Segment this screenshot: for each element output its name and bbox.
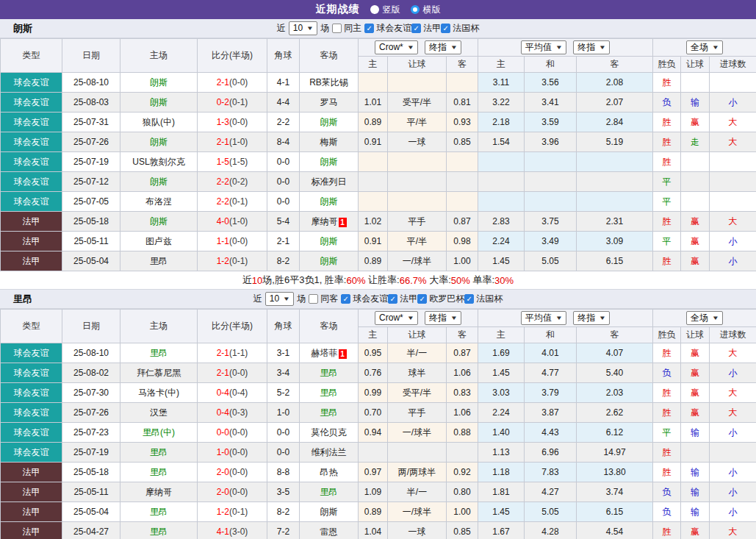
home-team-cell: 汉堡 bbox=[120, 403, 198, 423]
crow-home-odds-cell: 0.91 bbox=[359, 132, 388, 152]
crow-odds-group: Crow*▼ 终指▼ bbox=[359, 39, 478, 57]
avg-away-odds-cell bbox=[577, 172, 653, 192]
avg-home-odds-cell: 1.67 bbox=[478, 522, 525, 539]
scope-select[interactable]: 全场▼ bbox=[686, 40, 723, 54]
match-count-select[interactable]: 10▼ bbox=[265, 292, 294, 306]
same-venue-checkbox[interactable]: 同主 bbox=[332, 22, 361, 35]
select-value: Crow* bbox=[379, 42, 403, 53]
team-filter-bar: 里昂 近 10▼ 场 同客 球会友谊法甲欧罗巴杯法国杯 bbox=[0, 290, 756, 309]
corner-cell: 0-0 bbox=[267, 152, 300, 172]
results-table-lens: 类型 日期 主场 比分(半场) 角球 客场 Crow*▼ 终指▼ 平均值▼ 终指… bbox=[0, 38, 756, 271]
league-filter-checkbox[interactable]: 球会友谊 bbox=[341, 293, 388, 305]
table-row: 球会友谊25-08-03朗斯0-2(0-1)4-4罗马1.01受平/半0.813… bbox=[1, 93, 756, 113]
checkbox-icon bbox=[388, 294, 397, 304]
league-filter-checkbox[interactable]: 法甲 bbox=[388, 293, 417, 305]
avg-home-odds-cell bbox=[478, 192, 525, 212]
handicap-result-cell bbox=[681, 172, 710, 192]
crow-final-odds-select[interactable]: 终指▼ bbox=[425, 40, 461, 54]
summary-segment: 单率: bbox=[470, 274, 494, 287]
league-filter-checkbox[interactable]: 法甲 bbox=[411, 22, 441, 35]
crow-handicap-cell: 一/球半 bbox=[388, 502, 447, 522]
away-team-cell: 朗斯 bbox=[300, 152, 359, 172]
same-venue-checkbox[interactable]: 同客 bbox=[309, 293, 338, 305]
avg-home-odds-cell: 3.11 bbox=[478, 73, 525, 93]
home-team-name: 摩纳哥 bbox=[145, 487, 172, 497]
crow-home-odds-cell: 0.76 bbox=[359, 363, 388, 383]
col-avg-away: 客 bbox=[577, 327, 653, 343]
league-filter-checkbox[interactable]: 欧罗巴杯 bbox=[417, 293, 464, 305]
avg-select[interactable]: 平均值▼ bbox=[521, 311, 566, 325]
crow-final-odds-select[interactable]: 终指▼ bbox=[425, 311, 461, 325]
near-label: 近 bbox=[277, 22, 286, 35]
avg-away-odds-cell: 5.19 bbox=[577, 132, 653, 152]
summary-segment: 60% bbox=[346, 275, 365, 286]
col-crow-handicap: 让球 bbox=[388, 57, 447, 73]
chevron-down-icon: ▼ bbox=[407, 42, 414, 53]
crow-handicap-cell bbox=[388, 172, 447, 192]
checkbox-icon bbox=[309, 294, 318, 304]
league-filter-checkbox[interactable]: 法国杯 bbox=[441, 22, 479, 35]
match-count-select[interactable]: 10▼ bbox=[289, 21, 317, 35]
select-value: 平均值 bbox=[525, 313, 552, 324]
avg-home-odds-cell: 1.69 bbox=[478, 343, 525, 363]
crow-away-odds-cell bbox=[447, 172, 478, 192]
handicap-result-cell: 赢 bbox=[681, 343, 710, 363]
table-row: 球会友谊25-07-19USL敦刻尔克1-5(1-5)0-0朗斯胜 bbox=[1, 152, 756, 172]
fulltime-score: 2-0 bbox=[217, 467, 229, 477]
goals-result-cell bbox=[710, 152, 756, 172]
col-score: 比分(半场) bbox=[198, 39, 267, 73]
match-type-cell: 法甲 bbox=[1, 522, 62, 539]
scope-select[interactable]: 全场▼ bbox=[686, 311, 723, 325]
halftime-score: (0-3) bbox=[229, 407, 248, 418]
fulltime-score: 2-1 bbox=[217, 348, 229, 358]
crow-home-odds-cell bbox=[359, 192, 388, 212]
avg-final-odds-select[interactable]: 终指▼ bbox=[573, 311, 610, 325]
bookmaker-select[interactable]: Crow*▼ bbox=[375, 40, 418, 54]
away-team-name: 朗斯 bbox=[320, 507, 338, 517]
avg-home-odds-cell: 1.18 bbox=[478, 463, 525, 482]
corner-cell: 8-2 bbox=[267, 502, 300, 522]
chevron-down-icon: ▼ bbox=[712, 42, 719, 53]
score-cell: 1-5(1-5) bbox=[198, 152, 267, 172]
score-cell: 2-1(1-0) bbox=[198, 132, 267, 152]
home-team-name: 里昂 bbox=[150, 467, 168, 477]
crow-away-odds-cell: 0.83 bbox=[447, 383, 478, 403]
avg-final-odds-select[interactable]: 终指▼ bbox=[573, 40, 610, 54]
home-team-name: 布洛涅 bbox=[145, 196, 172, 207]
col-handicap-result: 让球 bbox=[681, 57, 710, 73]
avg-away-odds-cell: 2.62 bbox=[577, 403, 653, 423]
table-row: 球会友谊25-07-23里昂(中)0-0(0-0)0-0莫伦贝克0.94一/球半… bbox=[1, 423, 756, 443]
bookmaker-select[interactable]: Crow*▼ bbox=[375, 311, 418, 325]
handicap-result-cell: 走 bbox=[681, 132, 710, 152]
chevron-down-icon: ▼ bbox=[555, 42, 563, 53]
away-team-name: 标准列日 bbox=[312, 176, 347, 187]
avg-select[interactable]: 平均值▼ bbox=[521, 40, 566, 54]
crow-away-odds-cell: 0.85 bbox=[447, 522, 478, 539]
results-table-body: 球会友谊25-08-10朗斯2-1(0-0)4-1RB莱比锡3.113.562.… bbox=[1, 73, 756, 271]
halftime-score: (0-0) bbox=[229, 487, 248, 497]
away-team-name: 朗斯 bbox=[320, 196, 338, 207]
horizontal-layout-radio[interactable]: 横版 bbox=[411, 4, 441, 16]
handicap-result-cell: 赢 bbox=[681, 403, 710, 423]
away-team-name: 朗斯 bbox=[320, 117, 338, 127]
halftime-score: (0-0) bbox=[229, 368, 248, 378]
crow-handicap-cell: 受平/半 bbox=[388, 93, 447, 113]
league-filter-checkbox[interactable]: 法国杯 bbox=[464, 293, 503, 305]
home-team-cell: 里昂 bbox=[120, 251, 198, 271]
chevron-down-icon: ▼ bbox=[450, 313, 458, 324]
crow-home-odds-cell: 0.91 bbox=[359, 232, 388, 251]
away-team-cell: 朗斯 bbox=[300, 192, 359, 212]
corner-cell: 0-0 bbox=[267, 423, 300, 443]
handicap-result-cell: 赢 bbox=[681, 212, 710, 232]
select-value: 10 bbox=[293, 23, 303, 34]
score-cell: 2-0(0-0) bbox=[198, 463, 267, 482]
league-filter-checkbox[interactable]: 球会友谊 bbox=[364, 22, 411, 35]
crow-away-odds-cell: 0.98 bbox=[447, 232, 478, 251]
vertical-layout-radio[interactable]: 竖版 bbox=[370, 4, 400, 16]
home-team-name: 朗斯 bbox=[150, 77, 168, 88]
goals-result-cell: 大 bbox=[710, 212, 756, 232]
away-team-cell: 里昂 bbox=[300, 482, 359, 502]
outcome-cell: 胜 bbox=[653, 73, 681, 93]
corner-cell: 7-2 bbox=[267, 522, 300, 539]
match-date-cell: 25-07-12 bbox=[62, 172, 120, 192]
